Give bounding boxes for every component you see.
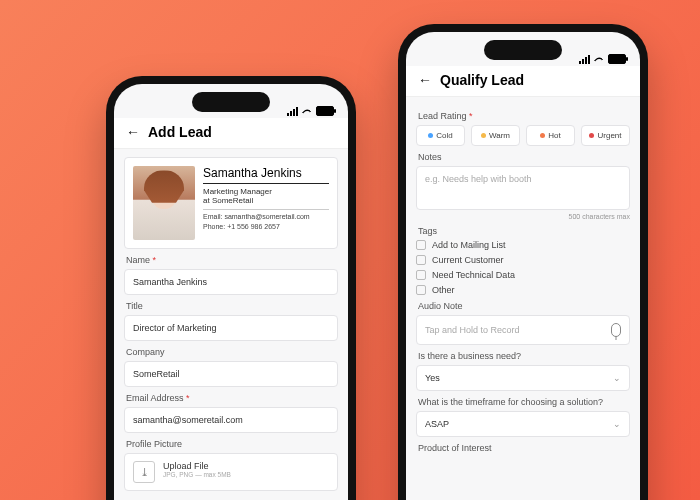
form-body: Lead Rating Cold Warm Hot Urgent Notes e… [406, 97, 640, 500]
audio-note-field[interactable]: Tap and Hold to Record [416, 315, 630, 345]
battery-icon [608, 54, 626, 64]
back-icon[interactable]: ← [418, 72, 432, 88]
card-role: Marketing Managerat SomeRetail [203, 187, 329, 210]
screen: ← Qualify Lead Lead Rating Cold Warm Hot… [406, 32, 640, 500]
upload-icon: ⤓ [133, 461, 155, 483]
wifi-icon [594, 54, 604, 64]
tag-technical-data[interactable]: Need Technical Data [416, 270, 630, 280]
back-icon[interactable]: ← [126, 124, 140, 140]
rating-cold[interactable]: Cold [416, 125, 465, 146]
lead-card: Samantha Jenkins Marketing Managerat Som… [124, 157, 338, 249]
phone-qualify-lead: ← Qualify Lead Lead Rating Cold Warm Hot… [398, 24, 648, 500]
company-field[interactable]: SomeRetail [124, 361, 338, 387]
title-field[interactable]: Director of Marketing [124, 315, 338, 341]
company-label: Company [126, 347, 336, 357]
tags-label: Tags [418, 226, 628, 236]
screen: ← Add Lead Samantha Jenkins Marketing Ma… [114, 84, 348, 500]
lead-rating-label: Lead Rating [418, 111, 628, 121]
business-need-label: Is there a business need? [418, 351, 628, 361]
notes-helper: 500 characters max [416, 213, 630, 220]
tag-mailing-list[interactable]: Add to Mailing List [416, 240, 630, 250]
name-field[interactable]: Samantha Jenkins [124, 269, 338, 295]
battery-icon [316, 106, 334, 116]
rating-urgent[interactable]: Urgent [581, 125, 630, 146]
microphone-icon [611, 323, 621, 337]
avatar [133, 166, 195, 240]
timeframe-label: What is the timeframe for choosing a sol… [418, 397, 628, 407]
signal-icon [579, 55, 590, 64]
card-name: Samantha Jenkins [203, 166, 329, 184]
lead-rating-group: Cold Warm Hot Urgent [416, 125, 630, 146]
name-label: Name [126, 255, 336, 265]
rating-hot[interactable]: Hot [526, 125, 575, 146]
form-body: Samantha Jenkins Marketing Managerat Som… [114, 149, 348, 500]
tags-group: Add to Mailing List Current Customer Nee… [416, 240, 630, 295]
product-interest-label: Product of Interest [418, 443, 628, 453]
audio-note-label: Audio Note [418, 301, 628, 311]
notch [192, 92, 270, 112]
card-email: Email: samantha@someretail.com [203, 213, 329, 220]
page-title: Qualify Lead [440, 72, 524, 88]
email-field[interactable]: samantha@someretail.com [124, 407, 338, 433]
signal-icon [287, 107, 298, 116]
tag-other[interactable]: Other [416, 285, 630, 295]
title-label: Title [126, 301, 336, 311]
tag-current-customer[interactable]: Current Customer [416, 255, 630, 265]
wifi-icon [302, 106, 312, 116]
timeframe-select[interactable]: ASAP⌄ [416, 411, 630, 437]
page-title: Add Lead [148, 124, 212, 140]
picture-label: Profile Picture [126, 439, 336, 449]
notes-label: Notes [418, 152, 628, 162]
page-header: ← Qualify Lead [406, 66, 640, 97]
rating-warm[interactable]: Warm [471, 125, 520, 146]
phone-add-lead: ← Add Lead Samantha Jenkins Marketing Ma… [106, 76, 356, 500]
page-header: ← Add Lead [114, 118, 348, 149]
business-need-select[interactable]: Yes⌄ [416, 365, 630, 391]
chevron-down-icon: ⌄ [613, 419, 621, 429]
upload-file-button[interactable]: ⤓ Upload File JPG, PNG — max 5MB [124, 453, 338, 491]
notes-field[interactable]: e.g. Needs help with booth [416, 166, 630, 210]
chevron-down-icon: ⌄ [613, 373, 621, 383]
card-phone: Phone: +1 556 986 2657 [203, 223, 329, 230]
email-label: Email Address [126, 393, 336, 403]
notch [484, 40, 562, 60]
